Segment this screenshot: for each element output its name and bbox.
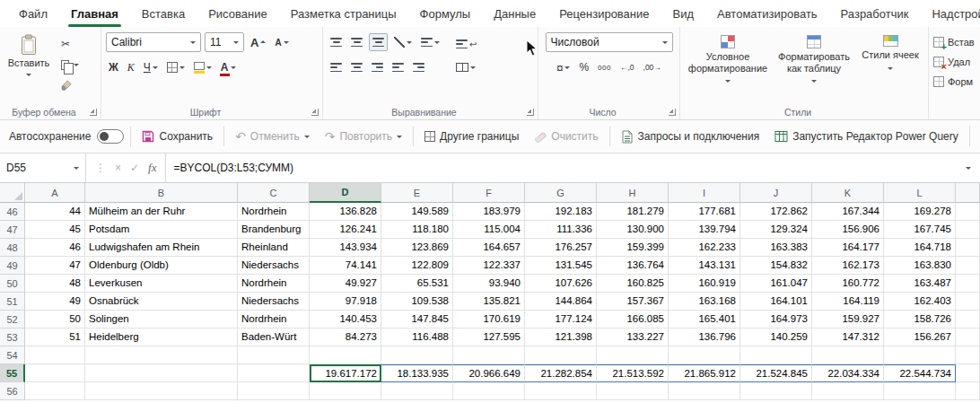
col-header-G[interactable]: G bbox=[525, 183, 597, 203]
cell-J48[interactable]: 163.383 bbox=[740, 239, 812, 257]
cell-partial-52[interactable] bbox=[956, 311, 980, 329]
decrease-decimal-button[interactable]: ,00→ bbox=[641, 58, 664, 76]
cell-G46[interactable]: 192.183 bbox=[525, 203, 597, 221]
font-dialog-launcher-icon[interactable] bbox=[311, 109, 319, 116]
cell-E47[interactable]: 118.180 bbox=[381, 221, 453, 239]
font-name-select[interactable]: Calibri bbox=[106, 32, 201, 52]
cell-B52[interactable]: Solingen bbox=[85, 311, 238, 329]
cell-B53[interactable]: Heidelberg bbox=[85, 329, 238, 346]
cell-K47[interactable]: 156.906 bbox=[812, 221, 884, 239]
cell-B54[interactable] bbox=[85, 346, 238, 364]
cell-G49[interactable]: 131.545 bbox=[525, 257, 597, 275]
col-header-C[interactable]: C bbox=[238, 183, 310, 203]
col-header-E[interactable]: E bbox=[381, 183, 453, 203]
decrease-indent-button[interactable] bbox=[389, 58, 407, 76]
cell-G47[interactable]: 111.336 bbox=[525, 221, 597, 239]
insert-function-button[interactable]: fx bbox=[148, 161, 156, 175]
cell-K46[interactable]: 167.344 bbox=[812, 203, 884, 221]
cell-G48[interactable]: 176.257 bbox=[525, 239, 597, 257]
cell-D50[interactable]: 49.927 bbox=[310, 275, 381, 293]
expand-formula-bar-button[interactable] bbox=[957, 153, 980, 182]
cell-C56[interactable] bbox=[238, 382, 310, 400]
cell-L50[interactable]: 163.487 bbox=[884, 275, 956, 293]
cell-C53[interactable]: Baden-Würt bbox=[238, 329, 310, 346]
grow-font-button[interactable]: А bbox=[248, 33, 268, 51]
cell-K54[interactable] bbox=[812, 346, 884, 364]
cell-K51[interactable]: 164.119 bbox=[812, 293, 884, 311]
cell-E52[interactable]: 147.845 bbox=[381, 311, 453, 329]
row-header-47[interactable]: 47 bbox=[0, 221, 25, 239]
cell-E49[interactable]: 122.809 bbox=[381, 257, 453, 275]
tab-Рисование[interactable]: Рисование bbox=[197, 0, 278, 27]
cell-partial-48[interactable] bbox=[956, 239, 980, 257]
cell-B48[interactable]: Ludwigshafen am Rhein bbox=[85, 239, 238, 257]
cell-I48[interactable]: 162.233 bbox=[669, 239, 740, 257]
select-all-corner[interactable] bbox=[0, 183, 25, 203]
cell-K49[interactable]: 162.173 bbox=[812, 257, 884, 275]
cell-H52[interactable]: 166.085 bbox=[597, 311, 669, 329]
cell-I54[interactable] bbox=[669, 346, 740, 364]
tab-Формулы[interactable]: Формулы bbox=[408, 0, 483, 27]
increase-indent-button[interactable] bbox=[410, 58, 427, 76]
delete-cells-button[interactable]: Удал bbox=[933, 53, 976, 70]
confirm-entry-icon[interactable]: ✓ bbox=[130, 162, 139, 174]
refresh-button[interactable]: ⟳Об bbox=[976, 127, 980, 146]
cell-B50[interactable]: Leverkusen bbox=[85, 275, 238, 293]
cell-I52[interactable]: 165.401 bbox=[669, 311, 740, 329]
cell-F48[interactable]: 164.657 bbox=[453, 239, 525, 257]
cell-H48[interactable]: 159.399 bbox=[597, 239, 669, 257]
cell-L54[interactable] bbox=[884, 346, 956, 364]
cell-E46[interactable]: 149.589 bbox=[381, 203, 453, 221]
cell-partial-53[interactable] bbox=[956, 329, 980, 346]
row-header-55[interactable]: 55 bbox=[0, 364, 25, 382]
copy-button[interactable] bbox=[58, 56, 82, 74]
cell-A50[interactable]: 48 bbox=[25, 275, 85, 293]
cell-A52[interactable]: 50 bbox=[25, 311, 85, 329]
cell-J49[interactable]: 154.832 bbox=[740, 257, 812, 275]
cell-J53[interactable]: 140.259 bbox=[740, 329, 812, 346]
align-bottom-button[interactable] bbox=[369, 33, 388, 51]
cell-partial-54[interactable] bbox=[956, 346, 980, 364]
cell-B56[interactable] bbox=[85, 382, 238, 400]
cell-A49[interactable]: 47 bbox=[25, 257, 85, 275]
number-dialog-launcher-icon[interactable] bbox=[669, 109, 676, 116]
col-header-K[interactable]: K bbox=[812, 183, 884, 203]
cell-F49[interactable]: 122.337 bbox=[453, 257, 525, 275]
cell-K50[interactable]: 160.772 bbox=[812, 275, 884, 293]
save-button[interactable]: Сохранить bbox=[137, 127, 217, 145]
cell-L46[interactable]: 169.278 bbox=[884, 203, 956, 221]
clear-button[interactable]: Очистить bbox=[529, 127, 602, 145]
cell-D46[interactable]: 136.828 bbox=[310, 203, 381, 221]
cell-K56[interactable] bbox=[812, 382, 884, 400]
cell-J52[interactable]: 164.973 bbox=[740, 311, 812, 329]
cell-E56[interactable] bbox=[381, 382, 453, 400]
cell-partial-51[interactable] bbox=[956, 293, 980, 311]
queries-connections-button[interactable]: Запросы и подключения bbox=[617, 127, 765, 146]
merge-center-button[interactable] bbox=[453, 58, 479, 76]
cell-partial-56[interactable] bbox=[956, 382, 980, 400]
cell-E48[interactable]: 123.869 bbox=[381, 239, 453, 257]
align-center-button[interactable] bbox=[348, 58, 365, 76]
row-header-50[interactable]: 50 bbox=[0, 275, 25, 293]
more-borders-button[interactable]: Другие границы bbox=[420, 127, 523, 145]
cell-I55[interactable]: 21.865.912 bbox=[669, 364, 740, 382]
cell-A47[interactable]: 45 bbox=[25, 221, 85, 239]
col-header-H[interactable]: H bbox=[597, 183, 669, 203]
tab-Данные[interactable]: Данные bbox=[482, 0, 547, 27]
cell-J47[interactable]: 129.324 bbox=[740, 221, 812, 239]
cell-F54[interactable] bbox=[453, 346, 525, 364]
cell-A54[interactable] bbox=[25, 346, 85, 364]
format-as-table-button[interactable]: Форматировать как таблицу bbox=[773, 31, 855, 85]
cut-button[interactable]: ✂ bbox=[58, 35, 82, 53]
cell-G53[interactable]: 121.398 bbox=[525, 329, 597, 346]
cell-E51[interactable]: 109.538 bbox=[381, 293, 453, 311]
cell-A46[interactable]: 44 bbox=[25, 203, 85, 221]
increase-decimal-button[interactable]: ←,0 bbox=[617, 58, 637, 76]
cell-D49[interactable]: 74.141 bbox=[310, 257, 381, 275]
cell-K48[interactable]: 164.177 bbox=[812, 239, 884, 257]
col-header-L[interactable]: L bbox=[884, 183, 956, 203]
cell-C50[interactable]: Nordrhein bbox=[238, 275, 310, 293]
cell-D56[interactable] bbox=[310, 382, 381, 400]
cell-J56[interactable] bbox=[740, 382, 812, 400]
cell-A48[interactable]: 46 bbox=[25, 239, 85, 257]
